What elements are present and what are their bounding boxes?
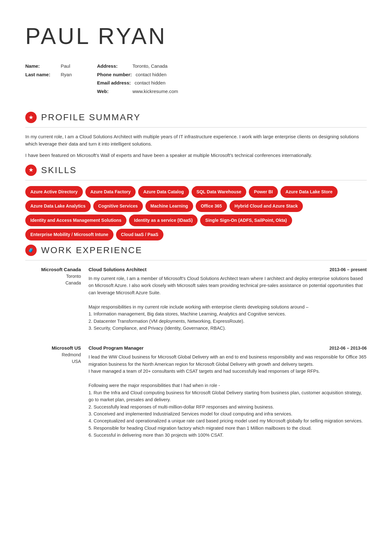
work-job-title-0: Cloud Solutions Architect — [89, 266, 147, 273]
work-company-1: Microsoft US — [25, 345, 81, 352]
contact-phone-row: Phone number: contact hidden — [97, 71, 178, 78]
work-location: Redmond — [25, 352, 81, 358]
skill-tag-14: Enterprise Mobility / Microsoft Intune — [25, 229, 113, 240]
work-location: Canada — [25, 280, 81, 286]
skill-tag-5: Azure Data Lake Store — [280, 186, 338, 198]
experience-section-title: WORK EXPERIENCE — [41, 244, 142, 257]
experience-icon: 🧳 — [25, 245, 37, 256]
profile-icon: ★ — [25, 112, 37, 123]
profile-paragraph-1: In my current role, I am a Cloud Solutio… — [25, 133, 367, 147]
phone-label: Phone number: — [97, 71, 132, 78]
lastname-value: Ryan — [61, 71, 72, 78]
address-value: Toronto, Canada — [132, 63, 168, 70]
skill-tag-8: Machine Learning — [145, 200, 193, 212]
skill-tag-11: Identity and Access Management Solutions — [25, 215, 126, 226]
skill-tag-9: Office 365 — [196, 200, 227, 212]
profile-section-header: ★ PROFILE SUMMARY — [25, 111, 367, 124]
name-value: Paul — [61, 63, 70, 70]
work-left-1: Microsoft US RedmondUSA — [25, 345, 89, 442]
contact-right: Address: Toronto, Canada Phone number: c… — [97, 63, 178, 95]
work-dates-1: 2012-06 – 2013-06 — [329, 345, 367, 352]
skill-tag-6: Azure Data Lake Analytics — [25, 200, 91, 212]
skills-divider — [25, 180, 367, 180]
work-location: Toronto — [25, 273, 81, 280]
work-entries: Microsoft Canada TorontoCanada Cloud Sol… — [25, 266, 367, 442]
web-value: www.kickresume.com — [132, 88, 178, 95]
skill-tag-10: Hybrid Cloud and Azure Stack — [230, 200, 303, 212]
skill-tag-13: Single Sign-On (ADFS, SailPoint, Okta) — [200, 215, 292, 226]
contact-web-row: Web: www.kickresume.com — [97, 88, 178, 95]
work-location: USA — [25, 358, 81, 365]
skill-tag-4: Power BI — [249, 186, 278, 198]
skills-section-title: SKILLS — [41, 164, 77, 177]
work-company-0: Microsoft Canada — [25, 266, 81, 273]
candidate-name: PAUL RYAN — [25, 19, 367, 53]
address-label: Address: — [97, 63, 129, 70]
skill-tag-2: Azure Data Catalog — [138, 186, 189, 198]
work-right-1: Cloud Program Manager 2012-06 – 2013-06 … — [89, 345, 367, 442]
work-dates-0: 2013-06 – present — [329, 266, 367, 273]
web-label: Web: — [97, 88, 129, 95]
experience-divider — [25, 260, 367, 260]
work-desc-0: In my current role, I am a member of Mic… — [89, 275, 367, 332]
work-right-0: Cloud Solutions Architect 2013-06 – pres… — [89, 266, 367, 335]
skill-tag-15: Cloud IaaS / PaaS — [116, 229, 163, 240]
skills-section-header: ★ SKILLS — [25, 164, 367, 177]
skills-icon: ★ — [25, 165, 37, 176]
contact-lastname-row: Last name: Ryan — [25, 71, 72, 78]
name-label: Name: — [25, 63, 57, 70]
work-entry-0: Microsoft Canada TorontoCanada Cloud Sol… — [25, 266, 367, 335]
contact-section: Name: Paul Last name: Ryan Address: Toro… — [25, 63, 367, 98]
profile-section-title: PROFILE SUMMARY — [41, 111, 141, 124]
skill-tag-12: Identity as a service (IDaaS) — [129, 215, 198, 226]
work-desc-1: I lead the WW Cloud business for Microso… — [89, 353, 367, 439]
profile-paragraph-2: I have been featured on Microsoft's Wall… — [25, 152, 367, 159]
skill-tag-1: Azure Data Factory — [85, 186, 136, 198]
contact-address-row: Address: Toronto, Canada — [97, 63, 178, 70]
contact-name-row: Name: Paul — [25, 63, 72, 70]
skills-tags-container: Azure Active DirectoryAzure Data Factory… — [25, 186, 367, 240]
experience-section-header: 🧳 WORK EXPERIENCE — [25, 244, 367, 257]
work-left-0: Microsoft Canada TorontoCanada — [25, 266, 89, 335]
profile-divider — [25, 127, 367, 128]
skill-tag-0: Azure Active Directory — [25, 186, 83, 198]
email-value: contact hidden — [135, 79, 166, 87]
work-job-title-1: Cloud Program Manager — [89, 345, 144, 352]
skill-tag-7: Cognitive Services — [93, 200, 143, 212]
skill-tag-3: SQL Data Warehouse — [192, 186, 247, 198]
work-title-row-1: Cloud Program Manager 2012-06 – 2013-06 — [89, 345, 367, 352]
contact-left: Name: Paul Last name: Ryan — [25, 63, 72, 95]
lastname-label: Last name: — [25, 71, 57, 78]
phone-value: contact hidden — [136, 71, 167, 78]
work-title-row-0: Cloud Solutions Architect 2013-06 – pres… — [89, 266, 367, 273]
work-entry-1: Microsoft US RedmondUSA Cloud Program Ma… — [25, 345, 367, 442]
email-label: Email address: — [97, 79, 131, 87]
contact-email-row: Email address: contact hidden — [97, 79, 178, 87]
